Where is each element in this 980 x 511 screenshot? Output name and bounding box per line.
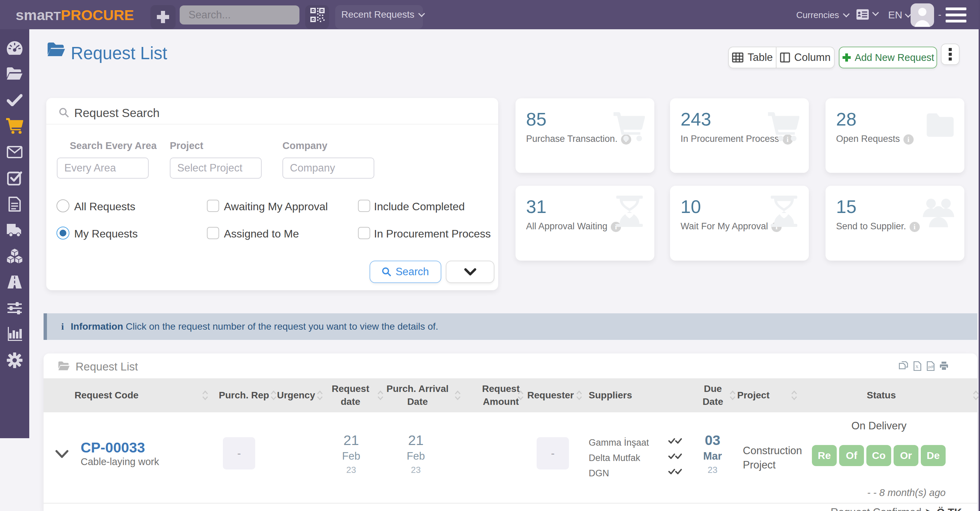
- svg-text:X: X: [915, 364, 919, 369]
- svg-text:pdf: pdf: [928, 365, 934, 369]
